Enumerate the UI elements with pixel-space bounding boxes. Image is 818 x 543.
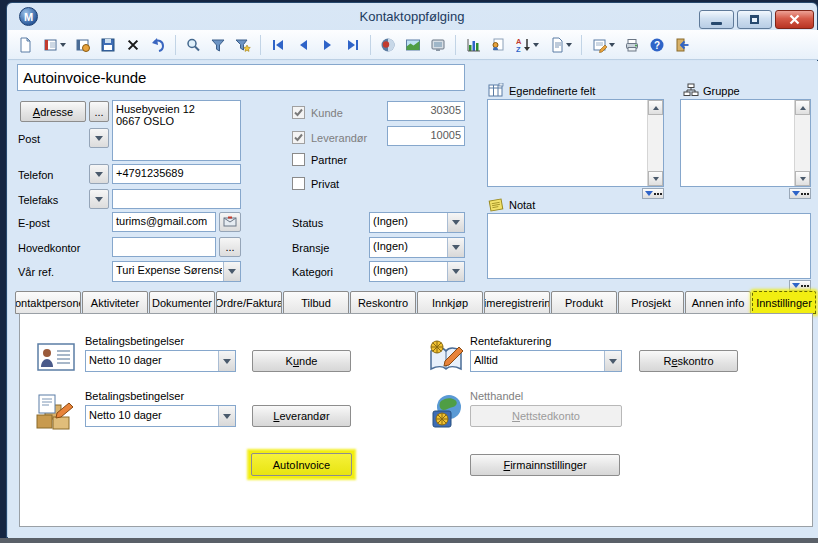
- contacts-dropdown-icon[interactable]: [60, 43, 66, 47]
- supplier-terms-combobox[interactable]: Netto 10 dager: [85, 405, 236, 427]
- combo-arrow-button[interactable]: [447, 262, 464, 281]
- next-record-icon[interactable]: [317, 33, 339, 57]
- help-icon[interactable]: ?: [646, 33, 668, 57]
- note-textarea[interactable]: [487, 213, 811, 279]
- privat-checkbox[interactable]: [292, 177, 305, 190]
- tab-ordre-faktura[interactable]: Ordre/Faktura: [216, 291, 282, 314]
- group-listbox[interactable]: [680, 99, 811, 187]
- combo-arrow-button[interactable]: [223, 262, 240, 281]
- close-button[interactable]: [775, 10, 814, 29]
- tab-innstillinger[interactable]: Innstillinger: [752, 291, 816, 314]
- web-portal-icon[interactable]: [377, 33, 399, 57]
- save-icon[interactable]: [97, 33, 119, 57]
- map-image-icon[interactable]: [402, 33, 424, 57]
- status-combobox[interactable]: (Ingen): [369, 212, 465, 233]
- contact-history-icon[interactable]: [72, 33, 94, 57]
- printer-icon[interactable]: [621, 33, 643, 57]
- partner-checkbox[interactable]: [292, 153, 305, 166]
- toolbar-separator: [581, 35, 582, 55]
- note-expand-button[interactable]: [789, 280, 811, 291]
- tab-innkjop[interactable]: Innkjøp: [417, 291, 483, 314]
- address-textarea[interactable]: Husebyveien 12 0667 OSLO: [112, 100, 241, 161]
- scroll-down-button[interactable]: [795, 171, 810, 186]
- customer-terms-value: Netto 10 dager: [89, 354, 217, 366]
- leverandor-checkbox[interactable]: [292, 131, 305, 144]
- tab-annen-info[interactable]: Annen info: [685, 291, 751, 314]
- first-record-icon[interactable]: [267, 33, 289, 57]
- print-preview-icon[interactable]: [487, 33, 509, 57]
- undo-icon[interactable]: [147, 33, 169, 57]
- kunde-button[interactable]: Kunde: [252, 350, 351, 372]
- send-email-button[interactable]: [219, 212, 241, 232]
- hovedkontor-browse-button[interactable]: ...: [219, 237, 241, 257]
- delete-icon[interactable]: [122, 33, 144, 57]
- telefaks-dropdown-button[interactable]: [89, 189, 109, 209]
- group-scrollbar[interactable]: [794, 100, 810, 186]
- screen-capture-icon[interactable]: [427, 33, 449, 57]
- tab-aktiviteter[interactable]: Aktiviteter: [82, 291, 148, 314]
- tab-timeregistrering[interactable]: Timeregistrering: [484, 291, 550, 314]
- autoinvoice-button[interactable]: AutoInvoice: [251, 453, 352, 476]
- tab-prosjekt[interactable]: Prosjekt: [618, 291, 684, 314]
- group-expand-button[interactable]: [789, 188, 811, 199]
- combo-arrow-button[interactable]: [604, 351, 621, 371]
- tab-reskontro[interactable]: Reskontro: [350, 291, 416, 314]
- leverandor-button[interactable]: Leverandør: [252, 405, 351, 427]
- title-bar[interactable]: M Kontaktoppfølging: [7, 3, 817, 30]
- report-document-icon[interactable]: [545, 33, 575, 57]
- firmainnstillinger-button[interactable]: Firmainnstillinger: [470, 454, 620, 476]
- last-record-icon[interactable]: [342, 33, 364, 57]
- interest-combobox[interactable]: Alltid: [470, 350, 622, 372]
- contacts-book-icon[interactable]: [39, 33, 69, 57]
- telefon-input[interactable]: +4791235689: [112, 164, 241, 184]
- report-dropdown-icon[interactable]: [566, 43, 572, 47]
- previous-record-icon[interactable]: [292, 33, 314, 57]
- combo-arrow-button[interactable]: [447, 213, 464, 232]
- scroll-down-button[interactable]: [648, 171, 663, 186]
- custom-fields-scrollbar[interactable]: [647, 100, 663, 186]
- tab-kontaktpersoner[interactable]: Kontaktpersoner: [15, 291, 81, 314]
- new-document-icon[interactable]: [14, 33, 36, 57]
- combo-arrow-button[interactable]: [218, 351, 235, 371]
- chart-icon[interactable]: [462, 33, 484, 57]
- customer-terms-combobox[interactable]: Netto 10 dager: [85, 350, 236, 372]
- group-icon: [683, 83, 699, 97]
- bransje-combobox[interactable]: (Ingen): [369, 237, 465, 258]
- filter-new-icon[interactable]: [232, 33, 254, 57]
- combo-arrow-button[interactable]: [218, 406, 235, 426]
- varref-combobox[interactable]: Turi Expense Sørensen: [112, 261, 241, 282]
- post-dropdown-button[interactable]: [89, 128, 109, 148]
- form-edit-icon[interactable]: [588, 33, 618, 57]
- search-icon[interactable]: [182, 33, 204, 57]
- hovedkontor-label: Hovedkontor: [18, 242, 80, 254]
- sort-az-icon[interactable]: AZ: [512, 33, 542, 57]
- kunde-number-field[interactable]: 30305: [387, 101, 465, 121]
- adresse-button[interactable]: Adresse: [20, 101, 86, 122]
- kunde-checkbox[interactable]: [292, 106, 305, 119]
- form-dropdown-icon[interactable]: [609, 43, 615, 47]
- combo-arrow-button[interactable]: [447, 238, 464, 257]
- minimize-button[interactable]: [699, 10, 734, 29]
- adresse-label-post: dresse: [40, 106, 73, 118]
- epost-input[interactable]: turims@gmail.com: [112, 212, 216, 232]
- kategori-combobox[interactable]: (Ingen): [369, 261, 465, 282]
- contact-name-input[interactable]: Autoinvoice-kunde: [17, 64, 465, 91]
- custom-fields-listbox[interactable]: [487, 99, 664, 187]
- custom-fields-expand-button[interactable]: [642, 188, 664, 199]
- sort-dropdown-icon[interactable]: [533, 43, 539, 47]
- tab-produkt[interactable]: Produkt: [551, 291, 617, 314]
- telefon-dropdown-button[interactable]: [89, 164, 109, 184]
- nettstedkonto-button[interactable]: Nettstedkonto: [470, 405, 622, 427]
- filter-icon[interactable]: [207, 33, 229, 57]
- address-browse-button[interactable]: ...: [89, 101, 109, 122]
- reskontro-button[interactable]: Reskontro: [639, 350, 738, 372]
- leverandor-number-field[interactable]: 10005: [387, 126, 465, 146]
- exit-icon[interactable]: [671, 33, 693, 57]
- scroll-up-button[interactable]: [795, 100, 810, 115]
- scroll-up-button[interactable]: [648, 100, 663, 115]
- tab-tilbud[interactable]: Tilbud: [283, 291, 349, 314]
- telefaks-input[interactable]: [112, 189, 241, 209]
- hovedkontor-input[interactable]: [112, 237, 216, 257]
- maximize-button[interactable]: [737, 10, 772, 29]
- tab-dokumenter[interactable]: Dokumenter: [149, 291, 215, 314]
